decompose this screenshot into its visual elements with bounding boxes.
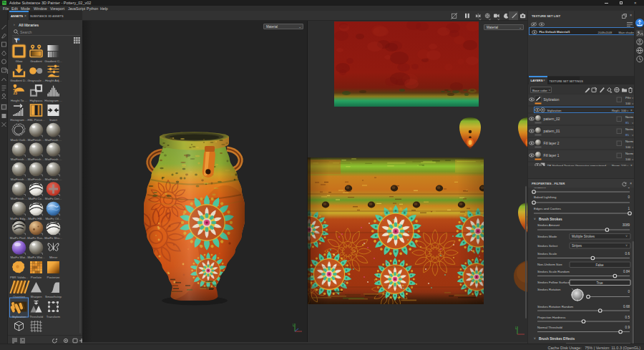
svg-text:Mirror: Mirror xyxy=(49,256,58,259)
svg-text:˅: ˅ xyxy=(534,218,536,221)
svg-text:Edges and Cavities: Edges and Cavities xyxy=(534,207,562,210)
svg-text:MatFinish ...: MatFinish ... xyxy=(28,138,44,142)
svg-text:MatFinish ...: MatFinish ... xyxy=(45,157,62,161)
svg-text:Highpass: Highpass xyxy=(30,99,43,102)
svg-text:True: True xyxy=(596,281,603,285)
svg-text:0.84: 0.84 xyxy=(623,270,630,273)
svg-text:Histogram ...: Histogram ... xyxy=(44,99,62,102)
svg-text:0: 0 xyxy=(628,195,630,199)
svg-text:Height Adj...: Height Adj... xyxy=(45,79,62,82)
svg-text:MatFx Oil...: MatFx Oil... xyxy=(46,217,62,220)
svg-text:˅: ˅ xyxy=(625,244,628,248)
svg-text:Strokes Select: Strokes Select xyxy=(537,244,558,248)
svg-text:Smoothstep: Smoothstep xyxy=(45,295,62,298)
svg-text:Pixelate: Pixelate xyxy=(31,276,42,279)
svg-text:Strokes Follow Surface: Strokes Follow Surface xyxy=(537,281,570,284)
svg-text:Strokes Scale: Strokes Scale xyxy=(537,252,557,256)
svg-text:Height To ...: Height To ... xyxy=(11,99,27,102)
svg-text:Stylization: Stylization xyxy=(12,315,26,319)
svg-text:Strokes Mode: Strokes Mode xyxy=(537,235,557,238)
svg-text:3089: 3089 xyxy=(623,223,630,227)
svg-text:MatFinish ...: MatFinish ... xyxy=(11,178,27,181)
svg-text:Gradient C...: Gradient C... xyxy=(44,59,62,63)
svg-text:Gradient D...: Gradient D... xyxy=(10,79,27,82)
svg-text:MatFinish ...: MatFinish ... xyxy=(45,178,62,181)
svg-text:MatFx Wat...: MatFx Wat... xyxy=(27,256,44,259)
svg-text:23: 23 xyxy=(14,91,18,95)
svg-text:85: 85 xyxy=(625,133,629,137)
svg-text:Repl: Repl xyxy=(612,109,618,112)
svg-text:Invert: Invert xyxy=(49,118,58,122)
svg-text:Strokes Rotation Random: Strokes Rotation Random xyxy=(537,305,574,308)
svg-text:Transform: Transform xyxy=(47,315,61,319)
svg-text:Projection Hardness: Projection Hardness xyxy=(537,316,566,319)
svg-text:Non-Uniform Size: Non-Uniform Size xyxy=(537,263,562,266)
svg-text:0.9: 0.9 xyxy=(625,326,630,329)
svg-text:0: 0 xyxy=(628,188,630,189)
svg-text:Brush Strokes: Brush Strokes xyxy=(539,218,562,221)
svg-text:Stylization: Stylization xyxy=(547,109,562,112)
svg-text:MatFx Shu...: MatFx Shu... xyxy=(44,236,62,240)
svg-text:Sharpen: Sharpen xyxy=(30,295,42,298)
svg-text:MatFx Rus...: MatFx Rus... xyxy=(27,236,44,240)
svg-text:Mask Outli...: Mask Outli... xyxy=(11,138,28,142)
svg-text:MatFinish ...: MatFinish ... xyxy=(45,138,62,142)
svg-text:MatFinish ...: MatFinish ... xyxy=(11,157,27,161)
svg-text:PBR Valida...: PBR Valida... xyxy=(10,276,28,279)
svg-text:Posterize: Posterize xyxy=(47,276,61,279)
svg-text:Strokes Amount: Strokes Amount xyxy=(537,223,560,227)
svg-text:Brush Strokes Effects: Brush Strokes Effects xyxy=(539,337,575,341)
svg-text:MatFinish ...: MatFinish ... xyxy=(11,197,27,200)
svg-text:Multiple Strokes: Multiple Strokes xyxy=(572,235,595,238)
svg-text:Fill layer 2: Fill layer 2 xyxy=(544,142,560,145)
svg-text:100: 100 xyxy=(621,109,627,112)
svg-text:Strokes Rotation: Strokes Rotation xyxy=(537,288,561,291)
svg-text:Gradient: Gradient xyxy=(534,188,547,189)
svg-text:MatFx Co...: MatFx Co... xyxy=(28,197,44,200)
svg-text:False: False xyxy=(595,263,604,267)
svg-text:Threshold: Threshold xyxy=(29,315,44,319)
svg-text:Histogram ...: Histogram ... xyxy=(10,118,27,122)
svg-text:MatFinish ...: MatFinish ... xyxy=(28,178,44,181)
svg-text:Stripes: Stripes xyxy=(572,244,582,248)
svg-text:0: 0 xyxy=(628,290,630,293)
svg-text:100: 100 xyxy=(625,157,631,161)
svg-text:MatFx Peel...: MatFx Peel... xyxy=(10,236,28,240)
svg-text:L: L xyxy=(293,324,295,327)
svg-text:MatFx Wat...: MatFx Wat... xyxy=(10,256,27,259)
svg-text:0.68: 0.68 xyxy=(623,305,630,308)
svg-text:Glow: Glow xyxy=(16,59,24,63)
svg-text:pattern_01: pattern_01 xyxy=(544,130,560,133)
svg-text:100: 100 xyxy=(625,145,631,149)
svg-text:Fill layer 1: Fill layer 1 xyxy=(544,154,560,157)
svg-text:×: × xyxy=(630,109,633,112)
svg-text:HSL Perce...: HSL Perce... xyxy=(27,118,44,122)
svg-text:˅: ˅ xyxy=(534,337,536,341)
svg-text:MatFx HB...: MatFx HB... xyxy=(28,217,44,220)
svg-text:0.6: 0.6 xyxy=(625,252,630,256)
svg-text:Strokes Scale Random: Strokes Scale Random xyxy=(537,270,570,273)
svg-text:0.5: 0.5 xyxy=(625,316,630,319)
svg-text:Grayscale ...: Grayscale ... xyxy=(27,79,44,82)
svg-text:Normal Threshold: Normal Threshold xyxy=(537,326,562,329)
svg-text:MatFx Det...: MatFx Det... xyxy=(45,197,62,200)
svg-text:˅: ˅ xyxy=(625,235,628,238)
svg-text:85: 85 xyxy=(625,121,629,125)
svg-text:100: 100 xyxy=(625,102,631,105)
svg-text:Baked Lighthing: Baked Lighthing xyxy=(534,195,557,199)
svg-text:Stylization: Stylization xyxy=(544,98,560,102)
svg-text:MatFinish ...: MatFinish ... xyxy=(28,157,44,161)
svg-text:Gradient: Gradient xyxy=(30,59,42,63)
svg-text:Pthr: Pthr xyxy=(625,96,631,99)
svg-text:MatFx Edg...: MatFx Edg... xyxy=(10,217,27,220)
svg-text:1: 1 xyxy=(628,207,630,210)
svg-text:pattern_02: pattern_02 xyxy=(544,117,560,121)
svg-text:L: L xyxy=(515,326,517,330)
